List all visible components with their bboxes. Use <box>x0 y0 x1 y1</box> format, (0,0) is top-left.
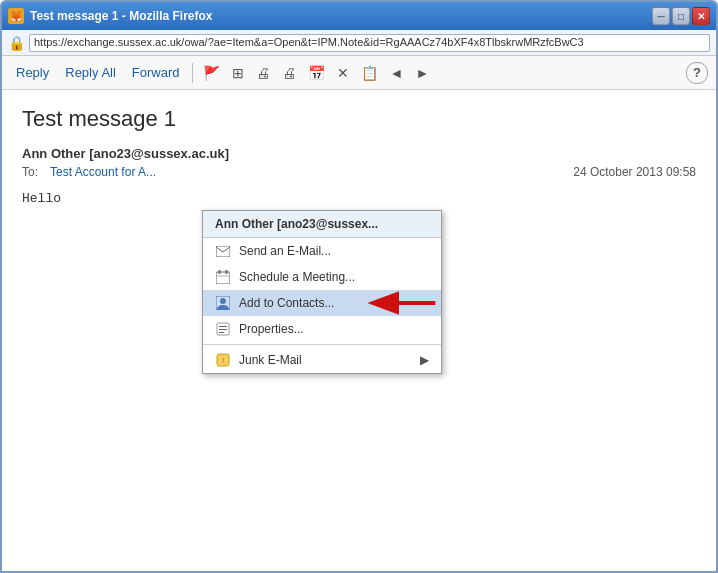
junk-submenu-arrow: ▶ <box>420 353 429 367</box>
ctx-junk-email[interactable]: ! Junk E-Mail ▶ <box>203 347 441 373</box>
svg-rect-3 <box>225 270 228 274</box>
help-label: ? <box>693 65 701 80</box>
send-email-icon <box>215 243 231 259</box>
context-menu-header: Ann Other [ano23@sussex... <box>203 211 441 238</box>
lock-icon: 🔒 <box>8 35 25 51</box>
calendar-icon[interactable]: 📅 <box>304 63 329 83</box>
svg-text:!: ! <box>222 356 224 365</box>
print-icon[interactable]: 🖨 <box>252 63 274 83</box>
red-arrow-indicator <box>362 283 442 323</box>
to-label: To: <box>22 165 46 179</box>
forward-label: Forward <box>132 65 180 80</box>
svg-rect-10 <box>219 332 224 333</box>
maximize-button[interactable]: □ <box>672 7 690 25</box>
delete-icon[interactable]: ✕ <box>333 63 353 83</box>
ctx-junk-label: Junk E-Mail <box>239 353 302 367</box>
window-title: Test message 1 - Mozilla Firefox <box>30 9 652 23</box>
window-controls: ─ □ ✕ <box>652 7 710 25</box>
email-subject: Test message 1 <box>22 106 696 132</box>
title-bar: 🦊 Test message 1 - Mozilla Firefox ─ □ ✕ <box>2 2 716 30</box>
forward-button[interactable]: Forward <box>126 63 186 82</box>
svg-rect-9 <box>219 329 227 330</box>
help-button[interactable]: ? <box>686 62 708 84</box>
reply-all-label: Reply All <box>65 65 116 80</box>
address-bar: 🔒 https://exchange.sussex.ac.uk/owa/?ae=… <box>2 30 716 56</box>
schedule-meeting-icon <box>215 269 231 285</box>
ctx-add-contacts-label: Add to Contacts... <box>239 296 334 310</box>
add-contacts-icon <box>215 295 231 311</box>
printer2-icon[interactable]: 🖨 <box>278 63 300 83</box>
ctx-schedule-label: Schedule a Meeting... <box>239 270 355 284</box>
email-toolbar: Reply Reply All Forward 🚩 ⊞ 🖨 🖨 📅 ✕ 📋 ◄ … <box>2 56 716 90</box>
reply-all-button[interactable]: Reply All <box>59 63 122 82</box>
arrow-right-icon[interactable]: ► <box>411 63 433 83</box>
move-icon[interactable]: 📋 <box>357 63 382 83</box>
flag-icon[interactable]: 🚩 <box>199 63 224 83</box>
email-date: 24 October 2013 09:58 <box>573 165 696 179</box>
browser-window: 🦊 Test message 1 - Mozilla Firefox ─ □ ✕… <box>0 0 718 573</box>
properties-icon <box>215 321 231 337</box>
email-content: Test message 1 Ann Other [ano23@sussex.a… <box>2 90 716 571</box>
email-body: Hello <box>22 191 696 206</box>
close-button[interactable]: ✕ <box>692 7 710 25</box>
firefox-icon: 🦊 <box>8 8 24 24</box>
svg-point-6 <box>220 298 226 304</box>
svg-rect-1 <box>216 272 230 284</box>
junk-email-icon: ! <box>215 352 231 368</box>
toolbar-separator-1 <box>192 63 193 83</box>
ctx-send-email[interactable]: Send an E-Mail... <box>203 238 441 264</box>
to-value: Test Account for A... <box>50 165 573 179</box>
minimize-button[interactable]: ─ <box>652 7 670 25</box>
grid-icon[interactable]: ⊞ <box>228 63 248 83</box>
svg-rect-8 <box>219 326 227 327</box>
ctx-send-email-label: Send an E-Mail... <box>239 244 331 258</box>
arrow-left-icon[interactable]: ◄ <box>386 63 408 83</box>
email-to-row: To: Test Account for A... 24 October 201… <box>22 165 696 179</box>
url-input[interactable]: https://exchange.sussex.ac.uk/owa/?ae=It… <box>29 34 710 52</box>
ctx-separator <box>203 344 441 345</box>
email-from: Ann Other [ano23@sussex.ac.uk] <box>22 146 696 161</box>
reply-button[interactable]: Reply <box>10 63 55 82</box>
svg-rect-2 <box>218 270 221 274</box>
ctx-properties-label: Properties... <box>239 322 304 336</box>
reply-label: Reply <box>16 65 49 80</box>
